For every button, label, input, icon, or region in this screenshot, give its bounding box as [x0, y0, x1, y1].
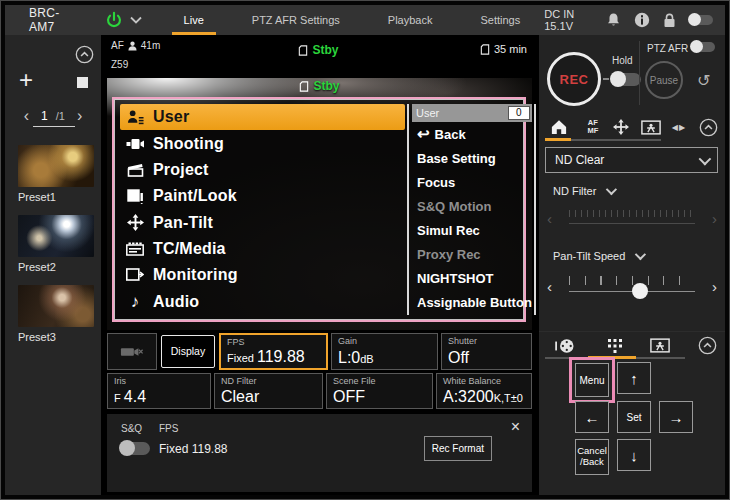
pan-tilt-speed-section[interactable]: Pan-Tilt Speed	[553, 250, 643, 262]
lock-toggle[interactable]	[689, 15, 713, 25]
app-window: BRC-AM7 Live PTZ AFR Settings Playback S…	[0, 0, 730, 500]
preset-1[interactable]: Preset1	[18, 145, 94, 203]
dpad-collapse-icon[interactable]	[689, 332, 725, 359]
info-icon[interactable]	[634, 12, 650, 28]
media-remaining: 35 min	[494, 43, 527, 55]
tab-pan-tilt[interactable]	[608, 113, 635, 141]
tab-home[interactable]	[539, 113, 578, 141]
menu-item-monitoring[interactable]: Monitoring	[120, 262, 405, 288]
arrow-up-icon: ↑	[630, 370, 638, 387]
menu-item-tc-media[interactable]: TC/Media	[120, 236, 405, 262]
preset-3-label: Preset3	[18, 331, 94, 343]
preset-3[interactable]: Preset3	[18, 285, 94, 343]
nd-filter-cell[interactable]: ND Filter Clear	[214, 373, 323, 410]
close-icon[interactable]: ×	[511, 418, 520, 436]
pan-tilt-speed-slider[interactable]: ‹ ›	[543, 273, 721, 303]
panel-collapse-icon[interactable]	[692, 113, 725, 141]
camera-status: Stby	[312, 43, 338, 57]
tab-preset-frame[interactable]	[635, 113, 666, 141]
submenu-item-assignable-button[interactable]: Assignable Button	[412, 291, 532, 315]
paint-look-icon	[125, 189, 145, 204]
tab-playback[interactable]: Playback	[364, 5, 457, 35]
submenu-item-focus[interactable]: Focus	[412, 170, 532, 194]
white-balance-cell[interactable]: White Balance A:3200K,T±0	[436, 373, 532, 410]
menu-item-user[interactable]: User	[120, 104, 405, 130]
camera-settings-bar: Display FPS Fixed 119.88 Gain L:0dB Shut…	[107, 333, 532, 409]
nd-select[interactable]: ND Clear	[545, 147, 718, 173]
submenu-item-back[interactable]: ↩ Back	[412, 122, 532, 146]
menu-item-pan-tilt[interactable]: Pan-Tilt	[120, 210, 405, 236]
arrow-left-icon: ←	[585, 409, 600, 426]
sq-toggle[interactable]	[120, 442, 150, 455]
iris-cell[interactable]: Iris F 4.4	[107, 373, 211, 410]
preset-pager: ‹ 1 /1 ›	[5, 107, 101, 125]
nd-filter-section[interactable]: ND Filter	[553, 185, 614, 197]
power-chevron-down-icon[interactable]	[130, 16, 142, 24]
media-card-icon	[298, 45, 308, 56]
submenu-item-proxy-rec: Proxy Rec	[412, 243, 532, 267]
monitoring-icon	[125, 268, 145, 282]
reset-icon[interactable]: ↺	[697, 71, 710, 90]
joystick-icon	[554, 338, 576, 354]
tab-detail[interactable]: ◀▶	[666, 113, 691, 141]
tab-dpad[interactable]	[591, 332, 639, 359]
preset-2[interactable]: Preset2	[18, 215, 94, 273]
page-prev-icon[interactable]: ‹	[20, 107, 33, 125]
preset-1-label: Preset1	[18, 191, 94, 203]
set-button[interactable]: Set	[617, 401, 651, 433]
back-arrow-icon: ↩	[417, 125, 430, 143]
hold-toggle[interactable]	[611, 73, 641, 86]
gain-cell[interactable]: Gain L:0dB	[331, 333, 438, 370]
menu-item-paint-look[interactable]: Paint/Look	[120, 183, 405, 209]
rec-button[interactable]: REC	[547, 52, 601, 106]
menu-item-shooting[interactable]: Shooting	[120, 130, 405, 156]
fps-cell[interactable]: FPS Fixed 119.88	[219, 333, 328, 370]
submenu-item-base-setting[interactable]: Base Setting	[412, 146, 532, 170]
menu-item-audio[interactable]: ♪ Audio	[120, 289, 405, 315]
left-button[interactable]: ←	[575, 401, 609, 433]
scene-file-cell[interactable]: Scene File OFF	[326, 373, 433, 410]
notification-bell-icon[interactable]	[606, 12, 621, 28]
down-button[interactable]: ↓	[617, 439, 651, 471]
tab-af-mf[interactable]: AFMF	[578, 113, 607, 141]
camera-off-icon	[120, 345, 144, 359]
stop-button[interactable]	[77, 77, 88, 88]
tab-live[interactable]: Live	[160, 5, 228, 35]
speed-slider-right-icon[interactable]: ›	[712, 278, 717, 295]
power-icon[interactable]	[105, 11, 123, 29]
menu-item-project[interactable]: Project	[120, 157, 405, 183]
tab-preset-frame-2[interactable]	[639, 332, 681, 359]
preset-1-thumbnail[interactable]	[18, 145, 94, 187]
nd-filter-slider: ‹ ›	[543, 205, 721, 235]
preset-3-thumbnail[interactable]	[18, 285, 94, 327]
ptz-afr-toggle[interactable]	[691, 42, 715, 52]
cancel-back-button[interactable]: Cancel/Back	[575, 439, 609, 475]
page-next-icon[interactable]: ›	[73, 107, 86, 125]
sidebar-collapse-icon[interactable]	[75, 45, 94, 64]
rec-format-button[interactable]: Rec Format	[424, 436, 492, 461]
submenu-item-simul-rec[interactable]: Simul Rec	[412, 219, 532, 243]
sq-fps-label: FPS	[159, 423, 178, 434]
tab-joystick[interactable]	[539, 332, 591, 359]
up-button[interactable]: ↑	[617, 362, 651, 394]
tab-settings[interactable]: Settings	[456, 5, 544, 35]
pan-tilt-cross-icon	[613, 119, 629, 135]
submenu-item-nightshot[interactable]: NIGHTSHOT	[412, 267, 532, 291]
chevron-down-icon	[699, 152, 712, 165]
preset-2-thumbnail[interactable]	[18, 215, 94, 257]
pause-button[interactable]: Pause	[645, 61, 683, 99]
submenu-badge: 0	[508, 106, 530, 120]
right-button[interactable]: →	[659, 401, 693, 433]
nd-slider-right-icon: ›	[712, 210, 717, 227]
menu-main-list: User Shooting Project Paint/Look	[120, 104, 409, 315]
video-preview[interactable]: Stby User Shooting	[107, 78, 532, 330]
speed-slider-thumb[interactable]	[632, 283, 648, 299]
add-preset-button[interactable]: +	[19, 71, 39, 91]
lock-icon	[663, 13, 676, 28]
tab-ptz-afr-settings[interactable]: PTZ AFR Settings	[228, 5, 364, 35]
display-button[interactable]: Display	[161, 335, 215, 368]
speed-slider-left-icon[interactable]: ‹	[547, 278, 552, 295]
shutter-cell[interactable]: Shutter Off	[441, 333, 532, 370]
af-mf-icon: AFMF	[587, 119, 598, 136]
menu-button[interactable]: Menu	[575, 363, 609, 397]
